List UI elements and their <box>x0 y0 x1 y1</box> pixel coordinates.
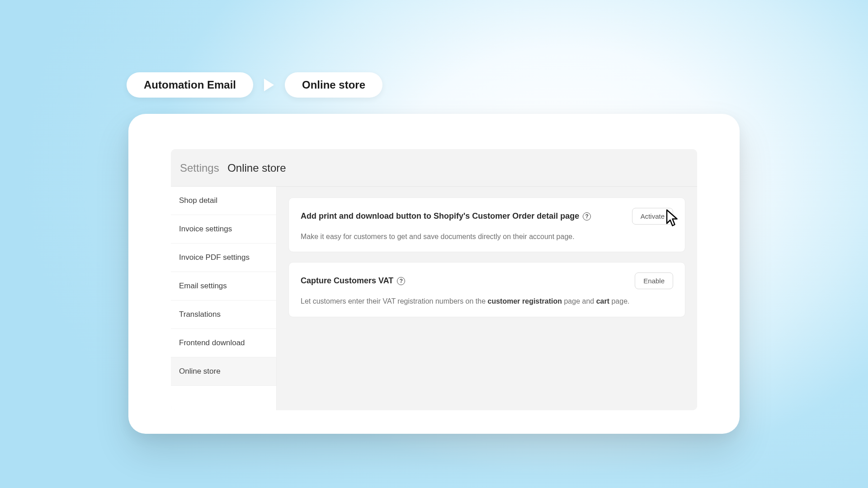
help-icon[interactable]: ? <box>583 212 591 221</box>
enable-button[interactable]: Enable <box>635 272 673 289</box>
breadcrumb-current[interactable]: Online store <box>285 72 382 98</box>
card-title: Add print and download button to Shopify… <box>301 211 591 221</box>
sidebar-item-invoice-pdf-settings[interactable]: Invoice PDF settings <box>171 244 276 272</box>
card-title-text: Add print and download button to Shopify… <box>301 211 579 221</box>
card-title-text: Capture Customers VAT <box>301 276 393 286</box>
sidebar-item-label: Online store <box>179 367 221 375</box>
sidebar: Shop detail Invoice settings Invoice PDF… <box>171 187 277 410</box>
sidebar-item-online-store[interactable]: Online store <box>171 357 276 386</box>
content-area: Add print and download button to Shopify… <box>277 187 697 410</box>
card-title: Capture Customers VAT ? <box>301 276 405 286</box>
panel-crumb-leaf: Online store <box>227 162 286 174</box>
sidebar-item-translations[interactable]: Translations <box>171 300 276 329</box>
panel-header: Settings Online store <box>171 149 697 187</box>
panel-crumb-root: Settings <box>180 162 219 174</box>
sidebar-item-label: Translations <box>179 310 221 319</box>
sidebar-item-frontend-download[interactable]: Frontend download <box>171 329 276 357</box>
sidebar-item-shop-detail[interactable]: Shop detail <box>171 187 276 215</box>
desc-part: Let customers enter their VAT registrati… <box>301 297 488 305</box>
card-description: Let customers enter their VAT registrati… <box>301 296 673 306</box>
desc-part: page. <box>609 297 629 305</box>
desc-part: page and <box>562 297 596 305</box>
sidebar-item-label: Invoice PDF settings <box>179 253 250 262</box>
desc-bold: cart <box>596 297 609 305</box>
app-window: Settings Online store Shop detail Invoic… <box>128 114 740 434</box>
card-capture-vat: Capture Customers VAT ? Enable Let custo… <box>288 262 685 317</box>
sidebar-item-email-settings[interactable]: Email settings <box>171 272 276 300</box>
sidebar-item-label: Email settings <box>179 282 227 290</box>
sidebar-item-invoice-settings[interactable]: Invoice settings <box>171 215 276 244</box>
settings-panel: Settings Online store Shop detail Invoic… <box>171 149 697 410</box>
help-icon[interactable]: ? <box>397 277 405 285</box>
sidebar-item-label: Frontend download <box>179 338 245 347</box>
sidebar-item-label: Invoice settings <box>179 225 232 233</box>
sidebar-item-label: Shop detail <box>179 196 217 205</box>
breadcrumb-prev[interactable]: Automation Email <box>127 72 253 98</box>
chevron-right-icon <box>264 79 274 91</box>
desc-bold: customer registration <box>488 297 562 305</box>
card-description: Make it easy for customers to get and sa… <box>301 232 673 242</box>
activate-button[interactable]: Activate <box>632 208 673 225</box>
breadcrumb: Automation Email Online store <box>127 72 382 98</box>
panel-body: Shop detail Invoice settings Invoice PDF… <box>171 187 697 410</box>
card-print-download: Add print and download button to Shopify… <box>288 197 685 252</box>
